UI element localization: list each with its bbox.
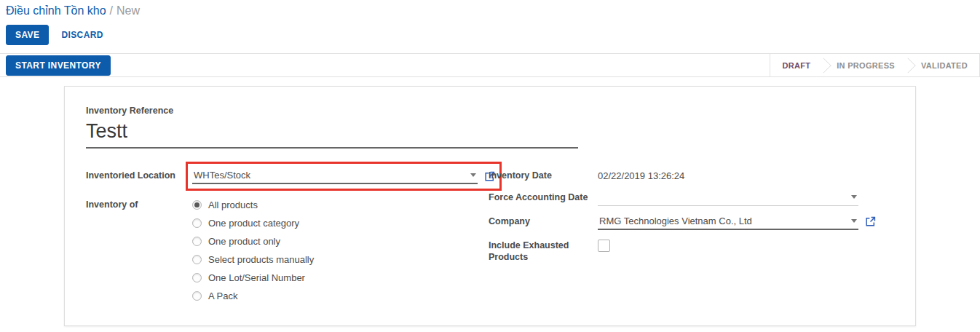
breadcrumb-current: New xyxy=(116,4,140,17)
breadcrumb-parent-link[interactable]: Điều chỉnh Tồn kho xyxy=(6,4,106,17)
radio-icon[interactable] xyxy=(192,237,202,246)
inventory-date-label: Inventory Date xyxy=(489,168,598,182)
company-field-wrap: RMG Technologies Vietnam Co., Ltd xyxy=(598,214,876,230)
include-exhausted-products-row: Include Exhausted Products xyxy=(489,238,915,263)
inventory-date-row: Inventory Date 02/22/2019 13:26:24 xyxy=(489,168,915,182)
form-control-strip: START INVENTORY DRAFT IN PROGRESS VALIDA… xyxy=(0,53,980,77)
chevron-down-icon[interactable] xyxy=(851,195,857,199)
form-right-column: Inventory Date 02/22/2019 13:26:24 Force… xyxy=(489,168,915,317)
inventory-reference-group: Inventory Reference Testt xyxy=(86,106,915,149)
radio-label: One product category xyxy=(208,218,299,229)
breadcrumb-separator: / xyxy=(106,4,116,17)
force-accounting-date-value xyxy=(599,191,602,202)
form-columns: Inventoried Location WHTes/Stock Invento… xyxy=(86,168,915,317)
save-button[interactable]: SAVE xyxy=(6,25,49,45)
radio-one-lot-serial-number[interactable]: One Lot/Serial Number xyxy=(192,272,314,283)
statusbar-item-draft[interactable]: DRAFT xyxy=(770,61,822,70)
chevron-right-icon xyxy=(900,58,915,73)
radio-icon[interactable] xyxy=(192,291,202,301)
discard-button[interactable]: DISCARD xyxy=(61,30,103,40)
radio-icon[interactable] xyxy=(192,218,202,228)
include-exhausted-products-label: Include Exhausted Products xyxy=(489,238,598,263)
inventoried-location-value: WHTes/Stock xyxy=(194,170,250,181)
inventoried-location-label: Inventoried Location xyxy=(86,168,192,184)
chevron-right-icon xyxy=(816,58,831,73)
external-link-icon[interactable] xyxy=(865,216,876,227)
radio-label: One product only xyxy=(208,236,280,247)
radio-a-pack[interactable]: A Pack xyxy=(192,290,314,301)
statusbar-item-validated[interactable]: VALIDATED xyxy=(909,61,979,70)
inventory-of-row: Inventory of All products One product ca… xyxy=(86,197,489,309)
inventoried-location-highlight: WHTes/Stock xyxy=(192,168,495,184)
radio-label: One Lot/Serial Number xyxy=(208,272,305,283)
radio-select-products-manually[interactable]: Select products manually xyxy=(192,254,314,265)
radio-label: A Pack xyxy=(208,290,237,301)
inventory-of-label: Inventory of xyxy=(86,197,192,309)
statusbar-item-in-progress[interactable]: IN PROGRESS xyxy=(825,61,906,70)
radio-one-product-only[interactable]: One product only xyxy=(192,236,314,247)
force-accounting-date-label: Force Accounting Date xyxy=(489,190,598,206)
company-label: Company xyxy=(489,214,598,230)
inventory-reference-label: Inventory Reference xyxy=(86,106,915,117)
radio-all-products[interactable]: All products xyxy=(192,199,314,210)
radio-one-product-category[interactable]: One product category xyxy=(192,218,314,229)
radio-label: Select products manually xyxy=(208,254,314,265)
inventory-of-radio-group: All products One product category One pr… xyxy=(192,197,314,309)
company-row: Company RMG Technologies Vietnam Co., Lt… xyxy=(489,214,915,230)
radio-selected-icon[interactable] xyxy=(192,200,202,210)
radio-icon[interactable] xyxy=(192,273,202,282)
inventoried-location-row: Inventoried Location WHTes/Stock xyxy=(86,168,489,184)
company-value: RMG Technologies Vietnam Co., Ltd xyxy=(599,216,752,226)
record-actions-row: SAVE DISCARD xyxy=(0,17,980,53)
form-sheet: Inventory Reference Testt Inventoried Lo… xyxy=(64,86,916,326)
start-inventory-button[interactable]: START INVENTORY xyxy=(6,55,111,76)
breadcrumb: Điều chỉnh Tồn kho/New xyxy=(0,0,980,17)
inventory-reference-input[interactable]: Testt xyxy=(86,121,578,149)
radio-label: All products xyxy=(208,199,258,210)
chevron-down-icon[interactable] xyxy=(851,219,857,223)
form-left-column: Inventoried Location WHTes/Stock Invento… xyxy=(86,168,489,317)
force-accounting-date-input[interactable] xyxy=(598,190,858,206)
statusbar: DRAFT IN PROGRESS VALIDATED xyxy=(770,54,980,76)
company-input[interactable]: RMG Technologies Vietnam Co., Ltd xyxy=(598,214,858,230)
force-accounting-date-row: Force Accounting Date xyxy=(489,190,915,206)
include-exhausted-products-checkbox[interactable] xyxy=(598,240,610,252)
chevron-down-icon[interactable] xyxy=(470,173,476,177)
inventoried-location-input[interactable]: WHTes/Stock xyxy=(192,168,478,184)
inventory-date-value: 02/22/2019 13:26:24 xyxy=(598,168,684,182)
radio-icon[interactable] xyxy=(192,255,202,264)
